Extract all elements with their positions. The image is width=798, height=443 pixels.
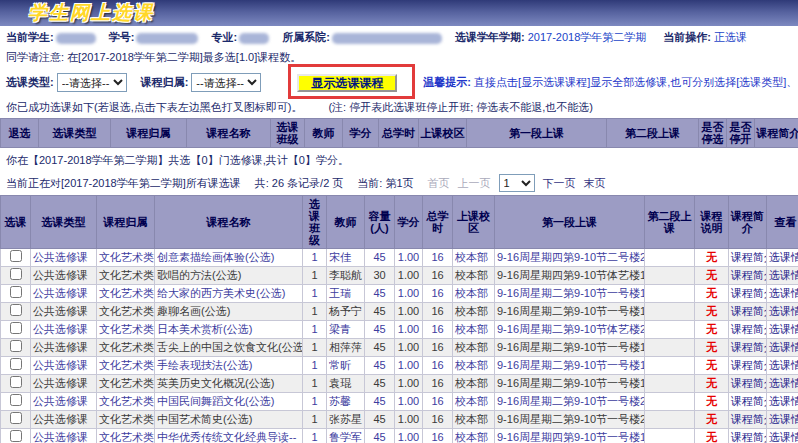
course-name-link[interactable]: 中国民间舞蹈文化(公选): [155, 393, 303, 411]
course-select-checkbox[interactable]: [1, 321, 31, 339]
course-intro-link[interactable]: 课程简介: [729, 393, 767, 411]
course-select-checkbox-input[interactable]: [10, 376, 22, 388]
course-row: 公共选修课文化艺术类趣聊名画(公选)1杨予宁451.0016校本部9-16周星期…: [1, 303, 798, 321]
course-view-link[interactable]: 选课情况: [767, 285, 798, 303]
course-session2: [645, 303, 695, 321]
course-select-checkbox-input[interactable]: [10, 286, 22, 298]
course-view-link[interactable]: 选课情况: [767, 321, 798, 339]
course-view-link[interactable]: 选课情况: [767, 303, 798, 321]
course-type: 公共选修课: [31, 267, 97, 285]
course-credit: 1.00: [395, 339, 423, 357]
course-view-link[interactable]: 选课情况: [767, 267, 798, 285]
course-view-link[interactable]: 选课情况: [767, 375, 798, 393]
course-category: 文化艺术类: [97, 357, 155, 375]
course-intro-link[interactable]: 课程简介: [729, 411, 767, 429]
selected-header-9: 第一段上课: [467, 119, 607, 148]
course-category-select[interactable]: --请选择--: [191, 73, 261, 92]
selected-header-7: 总学时: [379, 119, 419, 148]
course-name-link[interactable]: 日本美术赏析(公选): [155, 321, 303, 339]
course-select-checkbox-input[interactable]: [10, 304, 22, 316]
page-title: 学生网上选课: [28, 0, 154, 26]
last-page-link[interactable]: 末页: [584, 176, 606, 191]
course-name-link[interactable]: 趣聊名画(公选): [155, 303, 303, 321]
course-header-13: 课程简介: [729, 196, 767, 249]
course-name-link[interactable]: 手绘表现技法(公选): [155, 357, 303, 375]
course-view-link[interactable]: 选课情况: [767, 429, 798, 443]
course-select-checkbox[interactable]: [1, 303, 31, 321]
show-courses-button[interactable]: 显示选课课程: [297, 74, 397, 92]
course-select-checkbox-input[interactable]: [10, 322, 22, 334]
selected-header-11: 是否 停选: [699, 119, 727, 148]
course-select-checkbox-input[interactable]: [10, 268, 22, 280]
course-view-link[interactable]: 选课情况: [767, 411, 798, 429]
course-view-link[interactable]: 选课情况: [767, 249, 798, 267]
course-session1: 9-16周星期二第9-10节一号楼110室(50人): [495, 303, 645, 321]
course-select-checkbox[interactable]: [1, 285, 31, 303]
course-class: 1: [303, 267, 327, 285]
course-view-link[interactable]: 选课情况: [767, 357, 798, 375]
prev-page-link: 上一页: [458, 176, 491, 191]
course-list-table: 选课选课类型课程归属课程名称选课 班级教师容量 (人)学分总学时上课校区第一段上…: [0, 195, 798, 443]
course-name-link[interactable]: 舌尖上的中国之饮食文化(公选): [155, 339, 303, 357]
course-class: 1: [303, 321, 327, 339]
course-credit: 1.00: [395, 411, 423, 429]
selected-header-10: 第二段上课: [607, 119, 699, 148]
course-header-7: 学分: [395, 196, 423, 249]
course-select-checkbox[interactable]: [1, 267, 31, 285]
course-class: 1: [303, 375, 327, 393]
course-hours: 16: [423, 267, 453, 285]
course-select-checkbox-input[interactable]: [10, 430, 22, 442]
course-select-checkbox[interactable]: [1, 375, 31, 393]
course-campus: 校本部: [453, 303, 495, 321]
course-intro-link[interactable]: 课程简介: [729, 339, 767, 357]
course-select-checkbox[interactable]: [1, 339, 31, 357]
course-select-checkbox[interactable]: [1, 429, 31, 443]
course-view-link[interactable]: 选课情况: [767, 339, 798, 357]
course-intro-link[interactable]: 课程简介: [729, 303, 767, 321]
course-name-link[interactable]: 创意素描绘画体验(公选): [155, 249, 303, 267]
course-capacity: 45: [365, 321, 395, 339]
course-campus: 校本部: [453, 285, 495, 303]
course-teacher: 杨予宁: [327, 303, 365, 321]
course-name-link[interactable]: 给大家的西方美术史(公选): [155, 285, 303, 303]
course-select-checkbox[interactable]: [1, 357, 31, 375]
course-note: 无: [695, 375, 729, 393]
course-intro-link[interactable]: 课程简介: [729, 249, 767, 267]
course-teacher: 鲁学军: [327, 429, 365, 443]
course-session1: 9-16周星期四第9-10节一号楼103室(70人): [495, 429, 645, 443]
course-teacher: 相萍萍: [327, 339, 365, 357]
course-intro-link[interactable]: 课程简介: [729, 375, 767, 393]
page-select[interactable]: 1: [499, 174, 535, 192]
course-view-link[interactable]: 选课情况: [767, 393, 798, 411]
student-name-redacted: [56, 33, 96, 44]
course-header-14: 查看: [767, 196, 798, 249]
selected-header-1: 选课类型: [39, 119, 111, 148]
next-page-link[interactable]: 下一页: [543, 176, 576, 191]
student-info-bar: 当前学生: 学号: 专业: 所属系院: 选课学年学期: 2017-2018学年第…: [0, 26, 798, 47]
course-select-checkbox-input[interactable]: [10, 250, 22, 262]
course-select-checkbox[interactable]: [1, 249, 31, 267]
show-courses-button-wrap: 显示选课课程: [297, 74, 397, 92]
course-name-link[interactable]: 英美历史文化概况(公选): [155, 375, 303, 393]
course-select-checkbox[interactable]: [1, 393, 31, 411]
course-intro-link[interactable]: 课程简介: [729, 429, 767, 443]
course-select-checkbox-input[interactable]: [10, 394, 22, 406]
course-credit: 1.00: [395, 321, 423, 339]
course-name-link[interactable]: 中华优秀传统文化经典导读--《道德经》(公选): [155, 429, 303, 443]
course-intro-link[interactable]: 课程简介: [729, 321, 767, 339]
course-select-checkbox-input[interactable]: [10, 412, 22, 424]
course-credit: 1.00: [395, 303, 423, 321]
course-intro-link[interactable]: 课程简介: [729, 267, 767, 285]
department-label: 所属系院:: [282, 31, 330, 43]
course-name-link[interactable]: 歌唱的方法(公选): [155, 267, 303, 285]
course-select-checkbox-input[interactable]: [10, 340, 22, 352]
course-capacity: 45: [365, 411, 395, 429]
course-name-link[interactable]: 中国艺术简史(公选): [155, 411, 303, 429]
course-intro-link[interactable]: 课程简介: [729, 285, 767, 303]
course-session1: 9-16周星期二第9-10节一号楼114室(50人): [495, 357, 645, 375]
course-intro-link[interactable]: 课程简介: [729, 357, 767, 375]
course-type-select[interactable]: --请选择--: [57, 73, 127, 92]
course-select-checkbox-input[interactable]: [10, 358, 22, 370]
course-select-checkbox[interactable]: [1, 411, 31, 429]
course-capacity: 45: [365, 375, 395, 393]
